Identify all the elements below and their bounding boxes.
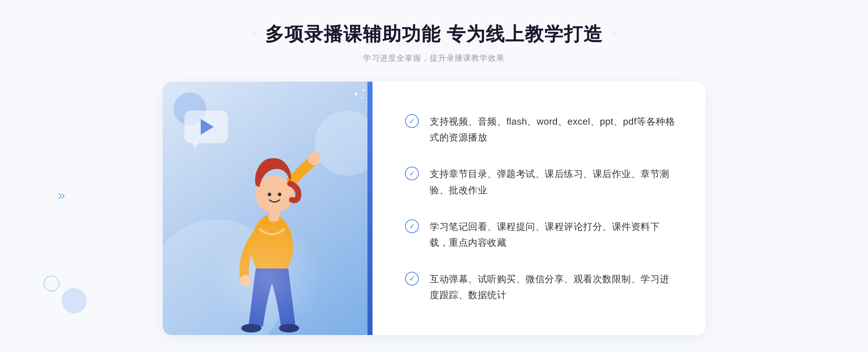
dots-left-deco (72, 43, 116, 152)
character-illustration (212, 124, 335, 335)
dots-right-deco (752, 65, 796, 173)
content-panel: ✓ 支持视频、音频、flash、word、excel、ppt、pdf等各种格式的… (373, 82, 705, 335)
page-wrapper: » ⁘ 多项录播课辅助功能 专为线上教学打造 ⁘ 学习进度全掌握，提升录播课教学… (0, 0, 868, 352)
page-subtitle: 学习进度全掌握，提升录播课教学效果 (251, 53, 617, 64)
svg-point-2 (279, 324, 299, 332)
checkmark-2: ✓ (409, 170, 415, 177)
feature-item-3: ✓ 学习笔记回看、课程提问、课程评论打分、课件资料下载，重点内容收藏 (405, 209, 676, 261)
title-row: ⁘ 多项录播课辅助功能 专为线上教学打造 ⁘ (251, 22, 617, 47)
deco-circle-blue (61, 288, 87, 313)
dots-left-icon: ⁘ (251, 30, 258, 39)
page-title: 多项录播课辅助功能 专为线上教学打造 (265, 22, 603, 47)
dot-grid-top-right (752, 47, 788, 76)
feature-text-2: 支持章节目录、弹题考试、课后练习、课后作业、章节测验、批改作业 (430, 166, 676, 198)
check-icon-2: ✓ (405, 167, 419, 180)
main-content-card: ✓ 支持视频、音频、flash、word、excel、ppt、pdf等各种格式的… (163, 82, 705, 335)
checkmark-1: ✓ (409, 117, 415, 125)
play-icon (201, 119, 214, 135)
dots-right-icon: ⁘ (610, 30, 617, 39)
check-icon-3: ✓ (405, 219, 419, 233)
chevron-left-icon: » (58, 188, 65, 203)
image-panel (163, 82, 373, 335)
check-icon-1: ✓ (405, 114, 419, 128)
feature-text-4: 互动弹幕、试听购买、微信分享、观看次数限制、学习进度跟踪、数据统计 (430, 271, 676, 303)
svg-point-5 (256, 176, 293, 213)
svg-rect-8 (268, 211, 279, 222)
svg-point-7 (278, 193, 281, 196)
feature-item-4: ✓ 互动弹幕、试听购买、微信分享、观看次数限制、学习进度跟踪、数据统计 (405, 261, 676, 313)
checkmark-4: ✓ (409, 275, 415, 282)
check-icon-4: ✓ (405, 272, 419, 286)
svg-point-6 (268, 193, 271, 196)
svg-point-1 (241, 324, 261, 332)
feature-text-1: 支持视频、音频、flash、word、excel、ppt、pdf等各种格式的资源… (430, 113, 676, 145)
deco-circle-outline (43, 275, 60, 292)
feature-item-1: ✓ 支持视频、音频、flash、word、excel、ppt、pdf等各种格式的… (405, 103, 676, 156)
feature-item-2: ✓ 支持章节目录、弹题考试、课后练习、课后作业、章节测验、批改作业 (405, 156, 676, 208)
feature-text-3: 学习笔记回看、课程提问、课程评论打分、课件资料下载，重点内容收藏 (430, 219, 676, 250)
header-section: ⁘ 多项录播课辅助功能 专为线上教学打造 ⁘ 学习进度全掌握，提升录播课教学效果 (251, 22, 617, 64)
accent-bar (367, 82, 373, 335)
svg-point-4 (240, 275, 251, 287)
checkmark-3: ✓ (409, 223, 415, 230)
svg-point-3 (308, 152, 321, 165)
